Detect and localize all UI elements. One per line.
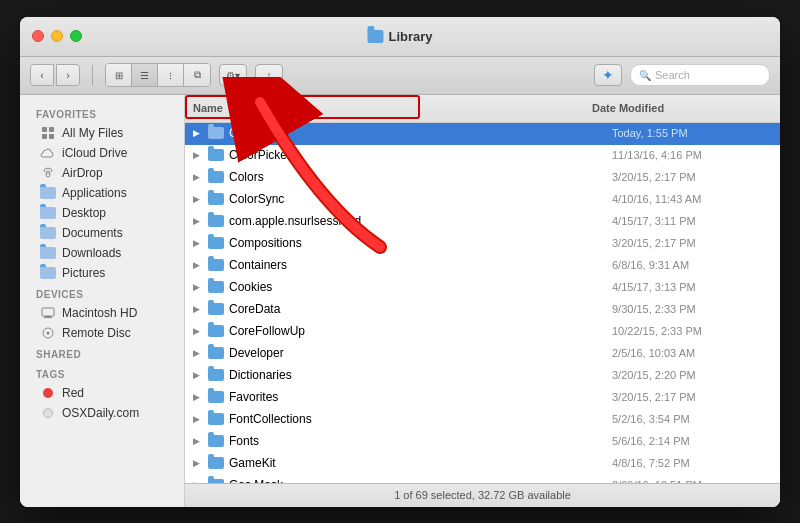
file-name: CoreFollowUp — [229, 324, 612, 338]
file-row[interactable]: ▶ Compositions 3/20/15, 2:17 PM — [185, 233, 780, 255]
nav-buttons: ‹ › — [30, 64, 80, 86]
remote-disc-label: Remote Disc — [62, 326, 131, 340]
file-name: com.apple.nsurlsessiond — [229, 214, 612, 228]
downloads-icon — [40, 245, 56, 261]
expand-arrow: ▶ — [193, 326, 205, 336]
sidebar-item-applications[interactable]: Applications — [24, 183, 180, 203]
sidebar-item-remote[interactable]: Remote Disc — [24, 323, 180, 343]
svg-rect-6 — [45, 316, 51, 317]
file-list-scroll[interactable]: ▶ Caches Today, 1:55 PM ▶ ColorPicker 11… — [185, 123, 780, 483]
col-name-header: Name — [193, 102, 592, 114]
sidebar-item-downloads[interactable]: Downloads — [24, 243, 180, 263]
expand-arrow: ▶ — [193, 282, 205, 292]
applications-icon — [40, 185, 56, 201]
file-row[interactable]: ▶ FontCollections 5/2/16, 3:54 PM — [185, 409, 780, 431]
red-tag-label: Red — [62, 386, 84, 400]
file-row[interactable]: ▶ Dictionaries 3/20/15, 2:20 PM — [185, 365, 780, 387]
view-icon-button[interactable]: ⊞ — [106, 64, 132, 86]
sidebar-item-pictures[interactable]: Pictures — [24, 263, 180, 283]
file-date: 4/8/16, 7:52 PM — [612, 457, 772, 469]
expand-arrow: ▶ — [193, 458, 205, 468]
view-column-button[interactable]: ⫶ — [158, 64, 184, 86]
file-date: 3/20/15, 2:17 PM — [612, 391, 772, 403]
file-row[interactable]: ▶ Caches Today, 1:55 PM — [185, 123, 780, 145]
desktop-icon — [40, 205, 56, 221]
folder-icon — [208, 281, 224, 293]
forward-button[interactable]: › — [56, 64, 80, 86]
pictures-label: Pictures — [62, 266, 105, 280]
expand-arrow: ▶ — [193, 260, 205, 270]
file-row[interactable]: ▶ CoreData 9/30/15, 2:33 PM — [185, 299, 780, 321]
file-date: Today, 1:55 PM — [612, 127, 772, 139]
file-row[interactable]: ▶ Favorites 3/20/15, 2:17 PM — [185, 387, 780, 409]
file-list-header: Name Date Modified — [185, 95, 780, 123]
expand-arrow: ▶ — [193, 172, 205, 182]
file-row[interactable]: ▶ Gas Mask 2/29/16, 12:51 PM — [185, 475, 780, 483]
view-list-button[interactable]: ☰ — [132, 64, 158, 86]
svg-rect-3 — [49, 134, 54, 139]
file-date: 5/6/16, 2:14 PM — [612, 435, 772, 447]
svg-point-9 — [47, 331, 50, 334]
expand-arrow: ▶ — [193, 370, 205, 380]
traffic-lights — [32, 30, 82, 42]
devices-label: Devices — [20, 283, 184, 303]
dropbox-button[interactable]: ✦ — [594, 64, 622, 86]
macintosh-icon — [40, 305, 56, 321]
sidebar-item-macintosh[interactable]: Macintosh HD — [24, 303, 180, 323]
search-icon: 🔍 — [639, 70, 651, 81]
view-cover-button[interactable]: ⧉ — [184, 64, 210, 86]
back-button[interactable]: ‹ — [30, 64, 54, 86]
file-row[interactable]: ▶ Fonts 5/6/16, 2:14 PM — [185, 431, 780, 453]
file-name: CoreData — [229, 302, 612, 316]
minimize-button[interactable] — [51, 30, 63, 42]
folder-icon — [208, 457, 224, 469]
sidebar-item-documents[interactable]: Documents — [24, 223, 180, 243]
arrange-button[interactable]: ⚙▾ — [219, 64, 247, 86]
airdrop-label: AirDrop — [62, 166, 103, 180]
expand-arrow: ▶ — [193, 238, 205, 248]
file-row[interactable]: ▶ ColorPicker 11/13/16, 4:16 PM — [185, 145, 780, 167]
sidebar-item-red[interactable]: Red — [24, 383, 180, 403]
documents-icon — [40, 225, 56, 241]
expand-arrow: ▶ — [193, 194, 205, 204]
desktop-label: Desktop — [62, 206, 106, 220]
expand-arrow: ▶ — [193, 436, 205, 446]
applications-label: Applications — [62, 186, 127, 200]
file-date: 4/15/17, 3:11 PM — [612, 215, 772, 227]
share-button[interactable]: ↑ — [255, 64, 283, 86]
file-name: Developer — [229, 346, 612, 360]
expand-arrow: ▶ — [193, 150, 205, 160]
file-row[interactable]: ▶ CoreFollowUp 10/22/15, 2:33 PM — [185, 321, 780, 343]
search-box[interactable]: 🔍 Search — [630, 64, 770, 86]
osxdaily-tag-icon — [40, 405, 56, 421]
maximize-button[interactable] — [70, 30, 82, 42]
statusbar: 1 of 69 selected, 32.72 GB available — [185, 483, 780, 507]
sidebar-item-osxdaily[interactable]: OSXDaily.com — [24, 403, 180, 423]
close-button[interactable] — [32, 30, 44, 42]
sidebar-item-all-files[interactable]: All My Files — [24, 123, 180, 143]
file-row[interactable]: ▶ Cookies 4/15/17, 3:13 PM — [185, 277, 780, 299]
file-row[interactable]: ▶ ColorSync 4/10/16, 11:43 AM — [185, 189, 780, 211]
file-date: 4/10/16, 11:43 AM — [612, 193, 772, 205]
file-row[interactable]: ▶ Containers 6/8/16, 9:31 AM — [185, 255, 780, 277]
folder-icon — [208, 259, 224, 271]
sidebar-item-desktop[interactable]: Desktop — [24, 203, 180, 223]
expand-arrow: ▶ — [193, 216, 205, 226]
folder-icon — [208, 303, 224, 315]
downloads-label: Downloads — [62, 246, 121, 260]
file-date: 4/15/17, 3:13 PM — [612, 281, 772, 293]
documents-label: Documents — [62, 226, 123, 240]
expand-arrow: ▶ — [193, 414, 205, 424]
search-placeholder: Search — [655, 69, 690, 81]
folder-icon — [208, 127, 224, 139]
file-name: Containers — [229, 258, 612, 272]
expand-arrow: ▶ — [193, 348, 205, 358]
file-row[interactable]: ▶ Developer 2/5/16, 10:03 AM — [185, 343, 780, 365]
sidebar: Favorites All My Files iCloud Drive — [20, 95, 185, 507]
file-row[interactable]: ▶ Colors 3/20/15, 2:17 PM — [185, 167, 780, 189]
file-row[interactable]: ▶ GameKit 4/8/16, 7:52 PM — [185, 453, 780, 475]
file-date: 5/2/16, 3:54 PM — [612, 413, 772, 425]
sidebar-item-airdrop[interactable]: AirDrop — [24, 163, 180, 183]
sidebar-item-icloud[interactable]: iCloud Drive — [24, 143, 180, 163]
file-row[interactable]: ▶ com.apple.nsurlsessiond 4/15/17, 3:11 … — [185, 211, 780, 233]
